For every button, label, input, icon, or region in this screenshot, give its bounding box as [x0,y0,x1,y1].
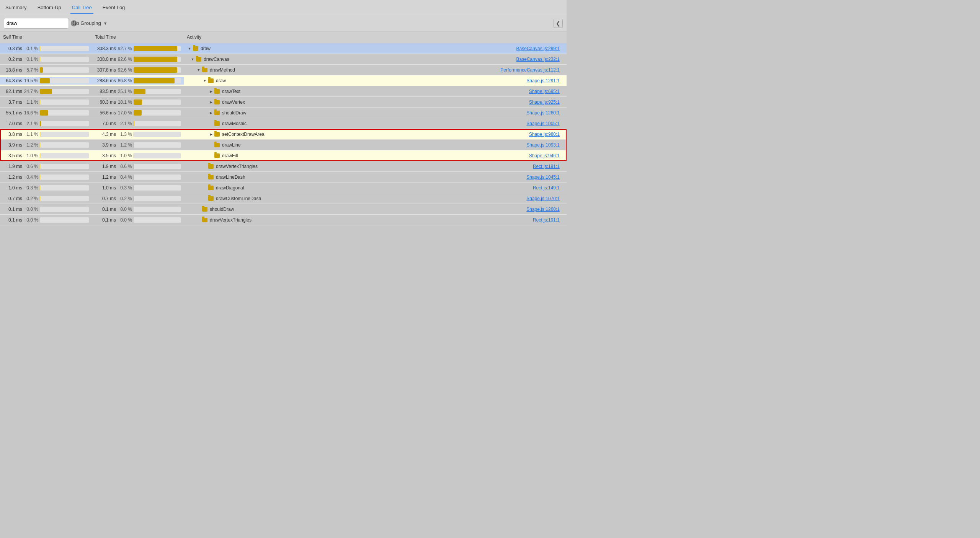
tabs-bar: Summary Bottom-Up Call Tree Event Log [0,0,567,15]
expand-btn[interactable]: ▶ [208,99,214,105]
total-time-bar-container [134,164,181,169]
search-box[interactable]: ✕ [4,18,69,29]
folder-icon [208,196,214,201]
grouping-select[interactable]: No Grouping ▼ [73,20,108,26]
search-input[interactable] [7,20,71,26]
expand-btn[interactable]: ▼ [202,78,207,83]
total-pct: 17.0 % [118,110,132,116]
activity-link[interactable]: Shape.js:695:1 [529,89,564,94]
self-time-bar [40,142,40,148]
self-time-cell: 18.8 ms 5.7 % [0,66,92,74]
total-pct: 0.0 % [118,207,132,212]
total-time-cell: 56.6 ms 17.0 % [92,109,184,117]
total-time-bar [134,121,134,126]
expand-btn[interactable]: ▶ [208,132,214,137]
self-pct: 0.6 % [24,164,38,169]
activity-link[interactable]: BaseCanvas.js:299:1 [516,46,564,51]
activity-name: shouldDraw [222,110,526,116]
self-time-cell: 82.1 ms 24.7 % [0,88,92,95]
activity-link[interactable]: Shape.js:1260:1 [526,110,564,116]
tab-summary[interactable]: Summary [4,2,28,14]
self-time-value: 3.7 ms [3,99,22,105]
total-time-value: 0.7 ms [95,196,116,201]
activity-link[interactable]: Shape.js:946:1 [529,153,564,158]
total-pct: 92.7 % [118,46,132,51]
total-time-bar-container [134,217,181,223]
self-pct: 0.1 % [24,46,38,51]
total-pct: 25.1 % [118,89,132,94]
table-row: 3.8 ms 1.1 % 4.3 ms 1.3 % ▶ setContextDr… [0,129,567,140]
activity-link[interactable]: PerformanceCanvas.js:112:1 [500,67,564,73]
activity-link[interactable]: Shape.js:1093:1 [526,142,564,148]
activity-cell: ▶ drawText Shape.js:695:1 [184,88,567,95]
total-time-cell: 1.0 ms 0.3 % [92,184,184,192]
self-time-value: 1.9 ms [3,164,22,169]
activity-cell: ▶ setContextDrawArea Shape.js:980:1 [184,130,567,138]
tab-event-log[interactable]: Event Log [101,2,127,14]
self-time-bar-container [40,164,89,169]
activity-link[interactable]: Shape.js:1260:1 [526,207,564,212]
total-time-value: 4.3 ms [95,132,116,137]
activity-cell: ▼ draw BaseCanvas.js:299:1 [184,45,567,52]
table-row: 3.7 ms 1.1 % 60.3 ms 18.1 % ▶ drawVertex… [0,97,567,108]
self-time-value: 7.0 ms [3,121,22,126]
activity-link[interactable]: Rect.js:191:1 [533,164,564,169]
activity-link[interactable]: Shape.js:1005:1 [526,121,564,126]
total-time-bar [134,164,134,169]
self-pct: 1.1 % [24,132,38,137]
self-time-bar-container [40,121,89,126]
self-pct: 19.5 % [24,78,38,83]
total-time-value: 308.0 ms [95,57,116,62]
activity-name: drawMethod [210,67,500,73]
activity-header: Activity [184,33,567,41]
total-time-bar-container [134,99,181,105]
tab-bottom-up[interactable]: Bottom-Up [36,2,63,14]
total-pct: 0.0 % [118,217,132,223]
folder-icon [208,78,214,83]
expand-btn[interactable]: ▶ [208,89,214,94]
expand-btn[interactable]: ▼ [187,46,192,51]
self-time-bar [40,164,40,169]
total-pct: 0.2 % [118,196,132,201]
total-time-cell: 307.8 ms 92.6 % [92,66,184,74]
activity-cell: drawMosaic Shape.js:1005:1 [184,120,567,127]
activity-name: drawVertexTriangles [210,217,533,223]
activity-link[interactable]: Shape.js:1070:1 [526,196,564,201]
total-time-bar [134,46,177,51]
folder-icon [193,46,198,51]
total-time-value: 60.3 ms [95,99,116,105]
folder-icon [214,132,220,137]
total-time-cell: 3.5 ms 1.0 % [92,152,184,160]
self-time-bar-container [40,207,89,212]
self-time-bar-container [40,153,89,158]
activity-link[interactable]: Rect.js:149:1 [533,185,564,191]
total-pct: 0.3 % [118,185,132,191]
tab-call-tree[interactable]: Call Tree [70,2,93,14]
activity-link[interactable]: BaseCanvas.js:232:1 [516,57,564,62]
expand-btn[interactable]: ▼ [196,67,201,73]
total-pct: 0.4 % [118,174,132,180]
activity-name: drawCustomLineDash [216,196,526,201]
activity-link[interactable]: Shape.js:925:1 [529,99,564,105]
total-pct: 18.1 % [118,99,132,105]
total-time-bar [134,78,175,83]
activity-link[interactable]: Rect.js:191:1 [533,217,564,223]
collapse-button[interactable]: ❮ [554,19,563,28]
self-time-cell: 1.9 ms 0.6 % [0,163,92,170]
total-time-bar-container [134,89,181,94]
activity-link[interactable]: Shape.js:1045:1 [526,174,564,180]
self-time-header: Self Time [0,33,92,41]
activity-name: draw [201,46,516,51]
activity-link[interactable]: Shape.js:980:1 [529,132,564,137]
activity-name: drawFill [222,153,529,158]
activity-link[interactable]: Shape.js:1291:1 [526,78,564,83]
self-pct: 0.2 % [24,196,38,201]
self-time-value: 64.8 ms [3,78,22,83]
total-time-bar [134,89,145,94]
grouping-label: No Grouping [73,20,101,26]
self-time-value: 0.2 ms [3,57,22,62]
expand-btn[interactable]: ▼ [190,57,195,62]
expand-btn[interactable]: ▶ [208,110,214,116]
self-pct: 1.0 % [24,153,38,158]
activity-name: drawLineDash [216,174,526,180]
